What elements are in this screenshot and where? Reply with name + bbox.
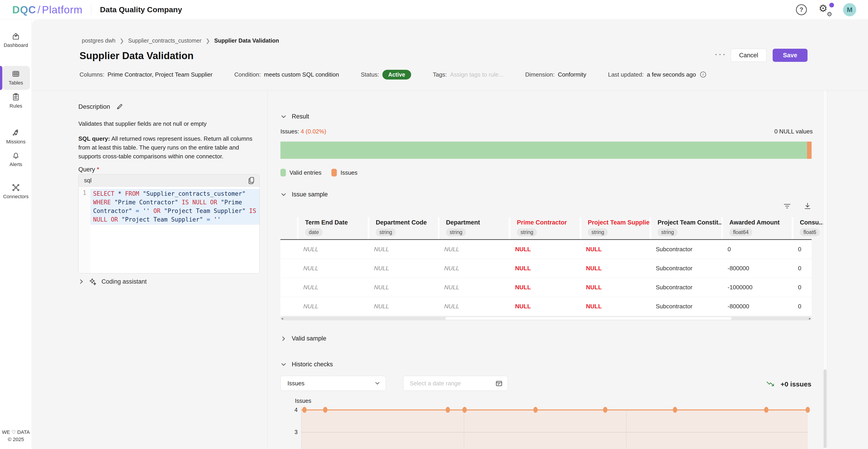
chart-data-point[interactable] — [302, 407, 307, 413]
metric-select[interactable]: Issues — [280, 376, 386, 391]
chart-data-point[interactable] — [673, 407, 677, 413]
sidebar-item-label: Tables — [0, 80, 32, 86]
legend-label: Issues — [340, 169, 358, 176]
column-type-badge: string — [657, 228, 678, 236]
table-cell: NULL — [438, 259, 509, 278]
table-horizontal-scrollbar[interactable]: ◂ ▸ — [280, 317, 812, 320]
description-title: Description — [79, 103, 110, 110]
right-panel: Result Issues: 4 (0.02%) 0 NULL values V… — [280, 20, 813, 449]
table-cell — [280, 240, 297, 259]
chevron-down-icon — [374, 380, 380, 386]
scroll-left-arrow[interactable]: ◂ — [281, 317, 283, 320]
date-range-input[interactable]: Select a date range — [403, 376, 508, 391]
issue-sample-section-toggle[interactable]: Issue sample — [280, 191, 328, 198]
sidebar: DashboardTablesRulesMissionsAlertsConnec… — [0, 20, 32, 449]
column-header-department: Departmentstring — [438, 217, 509, 239]
column-header-consu-: Consu...float6 — [792, 217, 826, 239]
table-cell — [280, 297, 297, 316]
breadcrumb-item[interactable]: Supplier_contracts_customer — [128, 37, 202, 44]
line-number: 1 — [79, 189, 90, 196]
sql-editor[interactable]: sql 1 SELECT * FROM "Supplier_contracts_… — [79, 174, 259, 273]
required-asterisk: * — [97, 166, 99, 173]
calendar-icon — [495, 380, 503, 387]
filter-icon[interactable] — [783, 202, 791, 210]
table-cell: NULL — [368, 240, 438, 259]
editor-header: sql — [79, 174, 259, 187]
table-cell: Subcontractor — [649, 259, 721, 278]
chart-data-point[interactable] — [323, 407, 328, 413]
table-grid-icon — [0, 69, 32, 78]
sparkles-icon — [89, 278, 96, 285]
result-section-toggle[interactable]: Result — [280, 113, 309, 120]
breadcrumb-item: Supplier Data Validation — [214, 37, 279, 44]
main-content: postgres dwh❯Supplier_contracts_customer… — [32, 20, 868, 449]
scroll-right-arrow[interactable]: ▸ — [809, 317, 811, 320]
table-cell: NULL — [509, 297, 580, 316]
legend-label: Valid entries — [289, 169, 321, 176]
sidebar-item-missions[interactable]: Missions — [0, 128, 32, 145]
trend-text: +0 issues — [781, 380, 811, 388]
table-cell: 0 — [792, 278, 826, 297]
table-cell: NULL — [580, 297, 649, 316]
connector-icon — [0, 183, 32, 192]
table-cell: NULL — [438, 278, 509, 297]
coding-assistant-label: Coding assistant — [101, 278, 147, 285]
breadcrumb-item[interactable]: postgres dwh — [82, 37, 116, 44]
scrollbar-thumb[interactable] — [824, 369, 827, 448]
sidebar-item-connectors[interactable]: Connectors — [0, 183, 32, 200]
chart-y-tick: 3 — [288, 429, 298, 436]
chart-y-axis — [301, 407, 302, 449]
sidebar-footer: WE ♡ DATA © 2025 — [0, 429, 32, 443]
chevron-down-icon — [280, 191, 287, 198]
chart-data-point[interactable] — [445, 407, 450, 413]
column-type-badge: string — [517, 228, 537, 236]
app-logo[interactable]: DQC/Platform — [12, 4, 83, 16]
issues-trend: +0 issues — [766, 380, 811, 388]
sidebar-item-rules[interactable]: Rules — [0, 93, 32, 109]
table-cell: NULL — [297, 297, 368, 316]
sidebar-item-label: Alerts — [0, 161, 32, 168]
sidebar-item-alerts[interactable]: Alerts — [0, 151, 32, 168]
content-vertical-scrollbar[interactable] — [823, 91, 827, 449]
chart-data-point[interactable] — [603, 407, 608, 413]
valid-sample-section-toggle[interactable]: Valid sample — [280, 335, 327, 342]
meta-columns: Columns: Prime Contractor, Project Team … — [80, 71, 213, 78]
scrollbar-thumb[interactable] — [445, 317, 732, 320]
chart-area-fill — [302, 410, 808, 449]
legend-swatch — [331, 169, 337, 177]
avatar[interactable]: M — [843, 3, 856, 16]
copy-icon[interactable] — [248, 177, 255, 184]
table-cell: NULL — [438, 297, 509, 316]
valid-entries-bar — [280, 142, 807, 159]
trend-down-icon — [766, 381, 775, 388]
null-values-info: 0 NULL values — [774, 128, 813, 135]
clipboard-icon — [0, 93, 32, 101]
settings-gear-icon[interactable]: ⚙⚙ — [818, 3, 831, 16]
issues-count: Issues: 4 (0.02%) — [280, 128, 326, 135]
sidebar-item-dashboard[interactable]: Dashboard — [0, 32, 32, 48]
chart-data-point[interactable] — [764, 407, 768, 413]
company-name: Data Quality Company — [100, 5, 182, 14]
column-type-badge: string — [446, 228, 466, 236]
table-cell: Subcontractor — [649, 240, 721, 259]
help-icon[interactable]: ? — [796, 4, 807, 15]
chart-data-point[interactable] — [462, 407, 467, 413]
sql-code[interactable]: SELECT * FROM "Supplier_contracts_custom… — [90, 189, 259, 225]
sidebar-item-tables[interactable]: Tables — [0, 69, 32, 86]
table-cell: NULL — [297, 240, 368, 259]
download-icon[interactable] — [804, 202, 811, 210]
table-cell: NULL — [438, 240, 509, 259]
coding-assistant-toggle[interactable]: Coding assistant — [79, 278, 147, 285]
chevron-right-icon — [280, 335, 287, 342]
table-row: NULLNULLNULLNULLNULLSubcontractor-100000… — [280, 278, 812, 297]
issue-sample-table: Term End DatedateDepartment CodestringDe… — [280, 217, 812, 316]
edit-pencil-icon[interactable] — [116, 103, 123, 110]
chart-data-point[interactable] — [806, 407, 810, 413]
rocket-icon — [0, 128, 32, 137]
code-area[interactable]: 1 SELECT * FROM "Supplier_contracts_cust… — [79, 187, 259, 273]
column-header-term-end-date: Term End Datedate — [297, 217, 368, 239]
chart-data-point[interactable] — [533, 407, 537, 413]
historic-checks-section-toggle[interactable]: Historic checks — [280, 361, 333, 368]
editor-language-label: sql — [84, 177, 248, 184]
table-cell: NULL — [297, 259, 368, 278]
